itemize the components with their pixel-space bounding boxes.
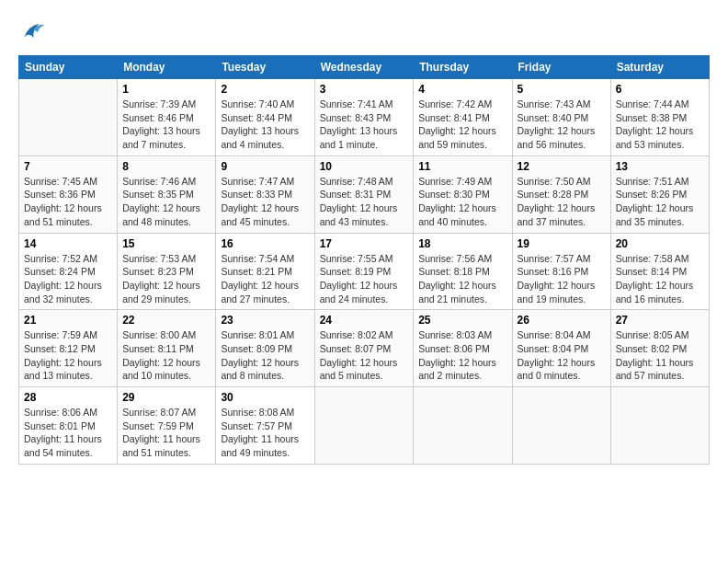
calendar-header-friday: Friday: [512, 56, 610, 79]
day-info: Sunrise: 7:48 AM Sunset: 8:31 PM Dayligh…: [320, 175, 409, 229]
calendar-cell: 9Sunrise: 7:47 AM Sunset: 8:33 PM Daylig…: [216, 155, 314, 233]
calendar-cell: 29Sunrise: 8:07 AM Sunset: 7:59 PM Dayli…: [118, 387, 216, 465]
day-number: 3: [320, 83, 409, 96]
calendar-cell: 5Sunrise: 7:43 AM Sunset: 8:40 PM Daylig…: [512, 79, 610, 156]
day-number: 22: [122, 314, 210, 327]
day-info: Sunrise: 7:42 AM Sunset: 8:41 PM Dayligh…: [418, 98, 506, 152]
calendar-week-row: 7Sunrise: 7:45 AM Sunset: 8:36 PM Daylig…: [19, 155, 710, 233]
calendar-cell: 23Sunrise: 8:01 AM Sunset: 8:09 PM Dayli…: [216, 310, 314, 387]
calendar-cell: 19Sunrise: 7:57 AM Sunset: 8:16 PM Dayli…: [512, 233, 610, 310]
day-number: 16: [221, 237, 309, 250]
calendar-cell: 20Sunrise: 7:58 AM Sunset: 8:14 PM Dayli…: [610, 233, 709, 310]
calendar-table: SundayMondayTuesdayWednesdayThursdayFrid…: [18, 55, 710, 465]
day-number: 4: [418, 83, 506, 96]
calendar-cell: 3Sunrise: 7:41 AM Sunset: 8:43 PM Daylig…: [314, 79, 414, 156]
calendar-cell: 28Sunrise: 8:06 AM Sunset: 8:01 PM Dayli…: [19, 387, 118, 465]
day-info: Sunrise: 8:07 AM Sunset: 7:59 PM Dayligh…: [122, 406, 210, 460]
day-number: 5: [518, 83, 606, 96]
calendar-cell: 13Sunrise: 7:51 AM Sunset: 8:26 PM Dayli…: [610, 155, 709, 233]
calendar-cell: 17Sunrise: 7:55 AM Sunset: 8:19 PM Dayli…: [314, 233, 414, 310]
day-number: 26: [518, 314, 606, 327]
day-info: Sunrise: 7:54 AM Sunset: 8:21 PM Dayligh…: [221, 252, 309, 306]
day-number: 8: [122, 160, 210, 173]
calendar-cell: [314, 387, 414, 465]
calendar-cell: 6Sunrise: 7:44 AM Sunset: 8:38 PM Daylig…: [610, 79, 709, 156]
day-number: 2: [221, 83, 309, 96]
calendar-cell: 12Sunrise: 7:50 AM Sunset: 8:28 PM Dayli…: [512, 155, 610, 233]
day-info: Sunrise: 7:51 AM Sunset: 8:26 PM Dayligh…: [616, 175, 704, 229]
day-info: Sunrise: 7:47 AM Sunset: 8:33 PM Dayligh…: [221, 175, 309, 229]
day-info: Sunrise: 7:39 AM Sunset: 8:46 PM Dayligh…: [122, 98, 210, 152]
calendar-cell: 2Sunrise: 7:40 AM Sunset: 8:44 PM Daylig…: [216, 79, 314, 156]
calendar-cell: 1Sunrise: 7:39 AM Sunset: 8:46 PM Daylig…: [118, 79, 216, 156]
calendar-header-tuesday: Tuesday: [216, 56, 314, 79]
day-number: 14: [24, 237, 112, 250]
day-number: 7: [24, 160, 112, 173]
day-info: Sunrise: 7:52 AM Sunset: 8:24 PM Dayligh…: [24, 252, 112, 306]
calendar-cell: [414, 387, 512, 465]
calendar-cell: 7Sunrise: 7:45 AM Sunset: 8:36 PM Daylig…: [19, 155, 118, 233]
calendar-week-row: 1Sunrise: 7:39 AM Sunset: 8:46 PM Daylig…: [19, 79, 710, 156]
calendar-header-sunday: Sunday: [19, 56, 118, 79]
day-number: 25: [418, 314, 506, 327]
day-number: 19: [518, 237, 606, 250]
day-info: Sunrise: 8:01 AM Sunset: 8:09 PM Dayligh…: [221, 328, 309, 383]
day-info: Sunrise: 7:53 AM Sunset: 8:23 PM Dayligh…: [122, 252, 210, 306]
day-info: Sunrise: 7:56 AM Sunset: 8:18 PM Dayligh…: [418, 252, 506, 306]
day-number: 12: [518, 160, 606, 173]
day-info: Sunrise: 8:05 AM Sunset: 8:02 PM Dayligh…: [616, 328, 704, 383]
calendar-cell: 11Sunrise: 7:49 AM Sunset: 8:30 PM Dayli…: [414, 155, 512, 233]
page-header: [18, 18, 710, 46]
day-info: Sunrise: 7:41 AM Sunset: 8:43 PM Dayligh…: [320, 98, 409, 152]
day-number: 28: [24, 391, 112, 404]
calendar-cell: [512, 387, 610, 465]
calendar-header-row: SundayMondayTuesdayWednesdayThursdayFrid…: [19, 56, 710, 79]
day-number: 20: [616, 237, 704, 250]
calendar-cell: 10Sunrise: 7:48 AM Sunset: 8:31 PM Dayli…: [314, 155, 414, 233]
calendar-cell: 27Sunrise: 8:05 AM Sunset: 8:02 PM Dayli…: [610, 310, 709, 387]
calendar-cell: 24Sunrise: 8:02 AM Sunset: 8:07 PM Dayli…: [314, 310, 414, 387]
calendar-cell: [19, 79, 118, 156]
day-number: 23: [221, 314, 309, 327]
day-info: Sunrise: 7:58 AM Sunset: 8:14 PM Dayligh…: [616, 252, 704, 306]
calendar-cell: 22Sunrise: 8:00 AM Sunset: 8:11 PM Dayli…: [118, 310, 216, 387]
day-info: Sunrise: 8:06 AM Sunset: 8:01 PM Dayligh…: [24, 406, 112, 460]
day-info: Sunrise: 8:03 AM Sunset: 8:06 PM Dayligh…: [418, 328, 506, 383]
day-number: 27: [616, 314, 704, 327]
logo-icon: [18, 18, 46, 46]
calendar-header-wednesday: Wednesday: [314, 56, 414, 79]
day-number: 18: [418, 237, 506, 250]
day-number: 29: [122, 391, 210, 404]
day-number: 24: [320, 314, 409, 327]
calendar-cell: 30Sunrise: 8:08 AM Sunset: 7:57 PM Dayli…: [216, 387, 314, 465]
day-number: 30: [221, 391, 309, 404]
calendar-cell: [610, 387, 709, 465]
calendar-cell: 26Sunrise: 8:04 AM Sunset: 8:04 PM Dayli…: [512, 310, 610, 387]
day-info: Sunrise: 8:04 AM Sunset: 8:04 PM Dayligh…: [518, 328, 606, 383]
day-info: Sunrise: 7:44 AM Sunset: 8:38 PM Dayligh…: [616, 98, 704, 152]
calendar-cell: 15Sunrise: 7:53 AM Sunset: 8:23 PM Dayli…: [118, 233, 216, 310]
calendar-cell: 14Sunrise: 7:52 AM Sunset: 8:24 PM Dayli…: [19, 233, 118, 310]
day-number: 15: [122, 237, 210, 250]
day-info: Sunrise: 7:50 AM Sunset: 8:28 PM Dayligh…: [518, 175, 606, 229]
day-info: Sunrise: 7:43 AM Sunset: 8:40 PM Dayligh…: [518, 98, 606, 152]
calendar-cell: 16Sunrise: 7:54 AM Sunset: 8:21 PM Dayli…: [216, 233, 314, 310]
day-info: Sunrise: 7:45 AM Sunset: 8:36 PM Dayligh…: [24, 175, 112, 229]
day-info: Sunrise: 7:55 AM Sunset: 8:19 PM Dayligh…: [320, 252, 409, 306]
day-info: Sunrise: 8:02 AM Sunset: 8:07 PM Dayligh…: [320, 328, 409, 383]
calendar-week-row: 28Sunrise: 8:06 AM Sunset: 8:01 PM Dayli…: [19, 387, 710, 465]
day-number: 11: [418, 160, 506, 173]
day-number: 13: [616, 160, 704, 173]
calendar-week-row: 21Sunrise: 7:59 AM Sunset: 8:12 PM Dayli…: [19, 310, 710, 387]
calendar-cell: 4Sunrise: 7:42 AM Sunset: 8:41 PM Daylig…: [414, 79, 512, 156]
day-number: 9: [221, 160, 309, 173]
day-number: 10: [320, 160, 409, 173]
calendar-week-row: 14Sunrise: 7:52 AM Sunset: 8:24 PM Dayli…: [19, 233, 710, 310]
calendar-cell: 18Sunrise: 7:56 AM Sunset: 8:18 PM Dayli…: [414, 233, 512, 310]
day-info: Sunrise: 7:57 AM Sunset: 8:16 PM Dayligh…: [518, 252, 606, 306]
day-info: Sunrise: 8:00 AM Sunset: 8:11 PM Dayligh…: [122, 328, 210, 383]
day-info: Sunrise: 7:49 AM Sunset: 8:30 PM Dayligh…: [418, 175, 506, 229]
day-info: Sunrise: 8:08 AM Sunset: 7:57 PM Dayligh…: [221, 406, 309, 460]
calendar-header-monday: Monday: [118, 56, 216, 79]
day-info: Sunrise: 7:46 AM Sunset: 8:35 PM Dayligh…: [122, 175, 210, 229]
